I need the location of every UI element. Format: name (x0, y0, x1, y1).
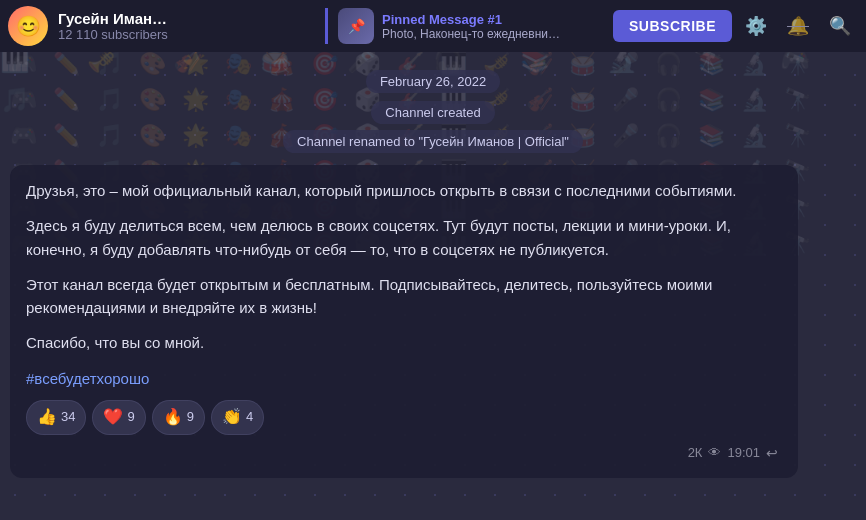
pinned-preview: Photo, Наконец-то ежедневни… (382, 27, 560, 41)
pinned-message[interactable]: 📌 Pinned Message #1 Photo, Наконец-то еж… (325, 8, 605, 44)
notifications-icon-button[interactable]: 🔔 (780, 8, 816, 44)
content-area: February 26, 2022 Channel created Channe… (0, 52, 866, 520)
message-paragraph-3: Этот канал всегда будет открытым и беспл… (26, 273, 782, 320)
message-bubble: Друзья, это – мой официальный канал, кот… (10, 165, 798, 478)
thumbsup-count: 34 (61, 407, 75, 427)
date-badge: February 26, 2022 (0, 70, 866, 93)
reaction-thumbsup[interactable]: 👍 34 (26, 400, 86, 435)
view-count: 2К (688, 443, 703, 463)
channel-created-text: Channel created (371, 101, 494, 124)
fire-emoji: 🔥 (163, 405, 183, 430)
menu-icon-button[interactable]: ⚙️ (738, 8, 774, 44)
heart-emoji: ❤️ (103, 405, 123, 430)
header-left: 😊 Гусейн Иман… 12 110 subscribers (8, 6, 317, 46)
message-paragraph-1: Друзья, это – мой официальный канал, кот… (26, 179, 782, 202)
clap-count: 4 (246, 407, 253, 427)
channel-renamed-text: Channel renamed to "Гусейн Иманов | Offi… (283, 130, 583, 153)
message-paragraph-2: Здесь я буду делиться всем, чем делюсь в… (26, 214, 782, 261)
avatar[interactable]: 😊 (8, 6, 48, 46)
pinned-title: Pinned Message #1 (382, 12, 560, 27)
menu-icon: ⚙️ (745, 15, 767, 37)
fire-count: 9 (187, 407, 194, 427)
header: 😊 Гусейн Иман… 12 110 subscribers 📌 Pinn… (0, 0, 866, 52)
subscriber-count: 12 110 subscribers (58, 27, 168, 42)
search-icon-button[interactable]: 🔍 (822, 8, 858, 44)
forward-icon: ↩ (766, 443, 778, 465)
subscribe-button[interactable]: SUBSCRIBE (613, 10, 732, 42)
message-paragraph-4: Спасибо, что вы со мной. (26, 331, 782, 354)
pinned-icon: 📌 (338, 8, 374, 44)
channel-name: Гусейн Иман… (58, 10, 168, 27)
bell-icon: 🔔 (787, 15, 809, 37)
reaction-fire[interactable]: 🔥 9 (152, 400, 205, 435)
reaction-heart[interactable]: ❤️ 9 (92, 400, 145, 435)
reaction-clap[interactable]: 👏 4 (211, 400, 264, 435)
message-timestamp: 19:01 (727, 443, 760, 463)
thumbsup-emoji: 👍 (37, 405, 57, 430)
pinned-text: Pinned Message #1 Photo, Наконец-то ежед… (382, 12, 560, 41)
hashtag[interactable]: #всебудетхорошо (26, 367, 782, 390)
channel-created-badge: Channel created (0, 101, 866, 124)
search-icon: 🔍 (829, 15, 851, 37)
views-icon: 👁 (708, 443, 721, 463)
date-badge-text: February 26, 2022 (366, 70, 500, 93)
channel-info: Гусейн Иман… 12 110 subscribers (58, 10, 168, 42)
heart-count: 9 (127, 407, 134, 427)
header-actions: SUBSCRIBE ⚙️ 🔔 🔍 (613, 8, 858, 44)
channel-renamed-badge: Channel renamed to "Гусейн Иманов | Offi… (0, 130, 866, 153)
reactions-row: 👍 34 ❤️ 9 🔥 9 👏 4 (26, 400, 782, 435)
clap-emoji: 👏 (222, 405, 242, 430)
message-footer: 2К 👁 19:01 ↩ (26, 443, 782, 465)
